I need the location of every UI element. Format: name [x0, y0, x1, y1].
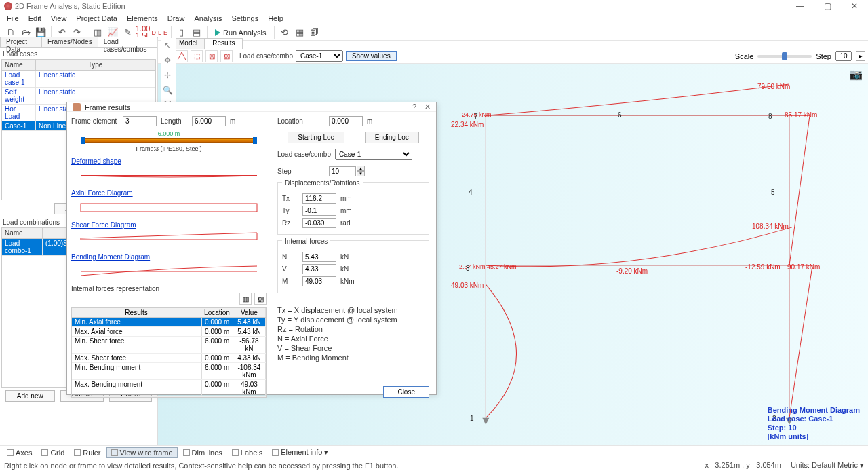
menu-bar: File Edit View Project Data Elements Dra…	[0, 12, 868, 24]
close-button[interactable]: Close	[383, 386, 429, 398]
title-bar: 2D Frame Analysis, Static Edition ― ▢ ✕	[0, 0, 868, 12]
shear-diagram-link[interactable]: Shear Force Diagram	[71, 221, 267, 229]
location-input[interactable]	[329, 116, 363, 126]
combo-add-new-button[interactable]: Add new	[5, 390, 55, 402]
menu-elements[interactable]: Elements	[127, 14, 158, 22]
notes-block: Tx = X displacement @ local systemTy = Y…	[277, 305, 429, 362]
view-toggle-bar: AxesGridRulerView wire frameDim linesLab…	[0, 445, 868, 459]
dle-label: D-L-E	[151, 29, 167, 36]
canvas-lc-select[interactable]: Case-1	[296, 50, 343, 62]
ending-loc-button[interactable]: Ending Loc	[365, 132, 419, 143]
moment-label: 79.50 kNm	[757, 83, 790, 90]
results-row[interactable]: Min. Bending moment6.000 m-108.34 kNm	[72, 363, 266, 380]
frame-element-label: Frame element	[71, 117, 119, 125]
toggle-view-wire-frame[interactable]: View wire frame	[106, 447, 178, 458]
grid-tool-icon[interactable]: ▦	[293, 26, 307, 39]
modal-icon	[73, 103, 81, 111]
menu-file[interactable]: File	[7, 14, 19, 22]
zoom-icon[interactable]: 🔍	[161, 84, 174, 96]
starting-loc-button[interactable]: Starting Loc	[288, 132, 344, 143]
app-title: 2D Frame Analysis, Static Edition	[15, 2, 125, 10]
canvas-tab-results[interactable]: Results	[205, 38, 242, 49]
minimize-button[interactable]: ―	[787, 0, 814, 12]
modal-lc-select[interactable]: Case-1	[335, 149, 412, 160]
ctb-5[interactable]: ▨	[220, 50, 233, 62]
node-label: 8	[768, 113, 772, 120]
load-case-row[interactable]: Load case 1Linear static	[2, 71, 155, 88]
step-apply-icon[interactable]: ▸	[856, 51, 865, 61]
close-window-button[interactable]: ✕	[841, 0, 868, 12]
menu-edit[interactable]: Edit	[28, 14, 41, 22]
ctb-4[interactable]: ▧	[205, 50, 218, 62]
axial-diagram-link[interactable]: Axial Force Diagram	[71, 189, 267, 197]
toggle-grid[interactable]: Grid	[37, 448, 68, 457]
tool-e-icon[interactable]: ▤	[190, 26, 203, 39]
results-row[interactable]: Min. Axial force0.000 m5.43 kN	[72, 318, 266, 327]
chart-tool-2-icon[interactable]: ▧	[254, 293, 267, 305]
scale-label: Scale	[735, 52, 754, 60]
canvas-legend: Bending Moment Diagram Load case: Case-1…	[768, 406, 860, 441]
chart-tool-1-icon[interactable]: ▥	[239, 293, 252, 305]
tool-d-icon[interactable]: ▯	[175, 26, 189, 39]
app-icon	[4, 2, 12, 10]
canvas-lc-label: Load case/combo	[239, 52, 293, 60]
tab-load-cases[interactable]: Load cases/combos	[98, 37, 158, 47]
step-down[interactable]: ▼	[357, 171, 365, 176]
tool-f-icon[interactable]: ⟲	[278, 26, 292, 39]
ctb-3[interactable]: ⬚	[191, 50, 203, 62]
rz-value	[302, 218, 336, 228]
moment-diagram-link[interactable]: Bending Moment Diagram	[71, 253, 267, 261]
n-value	[302, 252, 336, 262]
show-values-button[interactable]: Show values	[346, 51, 397, 61]
menu-project-data[interactable]: Project Data	[76, 14, 117, 22]
scale-slider[interactable]	[757, 55, 812, 58]
modal-close-icon[interactable]: ✕	[425, 102, 431, 111]
maximize-button[interactable]: ▢	[814, 0, 841, 12]
frame-results-dialog: Frame results ? ✕ Frame element Length m…	[66, 102, 437, 395]
results-row[interactable]: Min. Shear force6.000 m-56.78 kN	[72, 337, 266, 354]
ctb-2[interactable]: ╱╲	[176, 50, 188, 62]
status-units[interactable]: Units: Default Metric ▾	[791, 461, 864, 470]
pan-icon[interactable]: ✥	[161, 54, 174, 67]
canvas-tab-model[interactable]: Model	[172, 38, 205, 49]
toggle-dim-lines[interactable]: Dim lines	[179, 448, 226, 457]
toggle-element-info-▾[interactable]: Element info ▾	[268, 447, 332, 457]
node-label: 7	[474, 113, 478, 120]
results-row[interactable]: Max. Shear force0.000 m4.33 kN	[72, 354, 266, 363]
menu-settings[interactable]: Settings	[231, 14, 258, 22]
modal-step-input[interactable]	[329, 166, 356, 176]
tx-value	[302, 193, 336, 204]
modal-help-icon[interactable]: ?	[412, 102, 416, 111]
step-canvas-label: Step	[816, 52, 831, 60]
toggle-ruler[interactable]: Ruler	[70, 448, 104, 457]
menu-analysis[interactable]: Analysis	[194, 14, 222, 22]
step-input[interactable]	[835, 51, 852, 61]
toggle-labels[interactable]: Labels	[228, 448, 267, 457]
menu-view[interactable]: View	[51, 14, 67, 22]
length-input[interactable]	[192, 116, 226, 126]
results-row[interactable]: Max. Axial force0.000 m5.43 kN	[72, 327, 266, 337]
run-analysis-button[interactable]: Run Analysis	[211, 29, 271, 37]
menu-draw[interactable]: Draw	[167, 14, 185, 22]
canvas-toolbar: ↕ ╱╲ ⬚ ▧ ▨ Load case/combo Case-1 Show v…	[158, 49, 868, 64]
node-label: 6	[618, 111, 622, 119]
tab-project-data[interactable]: Project Data	[0, 37, 42, 47]
status-hint: Right click on node or frame to view det…	[4, 461, 398, 470]
menu-help[interactable]: Help	[268, 14, 283, 22]
tab-frames-nodes[interactable]: Frames/Nodes	[41, 37, 98, 47]
moment-label: 108.34 kNm	[752, 223, 789, 230]
combo-header-name: Name	[2, 228, 43, 238]
move-icon[interactable]: ✢	[161, 69, 174, 81]
load-cases-title: Load cases	[0, 49, 157, 59]
toggle-axes[interactable]: Axes	[3, 448, 36, 457]
step-up[interactable]: ▲	[357, 166, 365, 171]
ty-value	[302, 206, 336, 216]
frame-element-input[interactable]	[123, 116, 157, 126]
results-row[interactable]: Max. Bending moment0.000 m49.03 kNm	[72, 380, 266, 397]
lc-header-name: Name	[2, 60, 36, 70]
tool-g-icon[interactable]: 🗐	[308, 26, 321, 39]
modal-lc-label: Load case/combo	[277, 151, 331, 158]
play-icon	[215, 29, 220, 36]
pointer-icon[interactable]: ↖	[161, 39, 174, 52]
deformed-shape-link[interactable]: Deformed shape	[71, 157, 267, 165]
